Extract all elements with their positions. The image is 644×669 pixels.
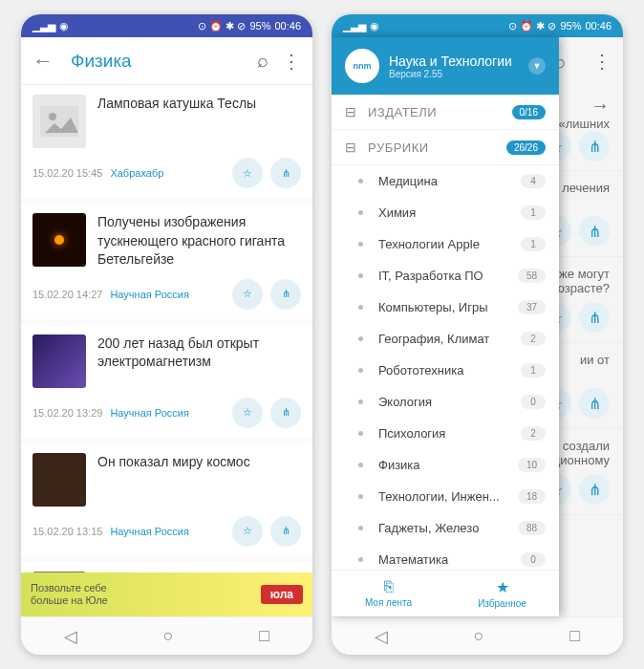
category-name: Гаджеты, Железо — [378, 521, 518, 535]
ad-banner[interactable]: Позвольте себебольше на Юле юла — [21, 572, 312, 616]
category-item[interactable]: Математика 0 — [332, 544, 559, 570]
collapse-icon: ⊟ — [345, 140, 356, 155]
category-count: 0 — [521, 552, 546, 567]
tab-feed[interactable]: ⎘Моя лента — [332, 571, 445, 616]
favorite-icon[interactable]: ☆ — [232, 516, 263, 547]
nav-home-icon[interactable]: ○ — [163, 626, 174, 646]
category-count: 1 — [521, 363, 546, 378]
article-item[interactable]: Он показал миру космос 15.02.20 13:15 На… — [21, 443, 312, 556]
nav-back-icon[interactable]: ◁ — [375, 626, 388, 647]
category-count: 2 — [521, 332, 546, 346]
article-date: 15.02.20 13:15 — [32, 526, 102, 537]
category-item[interactable]: Робототехника 1 — [332, 355, 559, 386]
category-count: 58 — [518, 269, 546, 283]
favorite-icon[interactable]: ☆ — [232, 279, 263, 310]
category-item[interactable]: География, Климат 2 — [332, 323, 559, 355]
bullet-icon — [358, 273, 363, 278]
article-source[interactable]: Научная Россия — [110, 526, 188, 537]
section-rubrics[interactable]: ⊟ РУБРИКИ 26/26 — [332, 130, 559, 165]
article-date: 15.02.20 14:27 — [32, 289, 102, 300]
bullet-icon — [358, 305, 363, 310]
nav-back-icon[interactable]: ◁ — [64, 626, 77, 647]
category-name: Технологии Apple — [378, 237, 521, 251]
bullet-icon — [358, 399, 363, 404]
category-count: 0 — [521, 395, 546, 409]
category-name: IT, Разработка ПО — [378, 269, 518, 283]
category-name: География, Климат — [378, 332, 521, 346]
favorite-icon[interactable]: ☆ — [232, 398, 263, 428]
share-icon[interactable]: ⋔ — [270, 398, 301, 428]
phone-screen-1: ▁▃▅◉ ⊙ ⏰ ✱ ⊘95%00:46 ← Физика ⌕ ⋮ Лампов… — [21, 14, 312, 655]
category-count: 18 — [518, 489, 546, 504]
ad-brand: юла — [261, 585, 303, 604]
nav-recent-icon[interactable]: □ — [259, 626, 269, 646]
menu-icon[interactable]: ⋮ — [282, 50, 301, 73]
category-name: Химия — [378, 205, 521, 220]
category-item[interactable]: Технологии, Инжен... 18 — [332, 481, 559, 512]
category-item[interactable]: IT, Разработка ПО 58 — [332, 260, 559, 291]
nav-home-icon[interactable]: ○ — [474, 626, 484, 646]
category-item[interactable]: Химия 1 — [332, 197, 559, 228]
article-thumbnail — [32, 213, 86, 267]
article-date: 15.02.20 15:45 — [32, 167, 102, 179]
share-icon[interactable]: ⋔ — [270, 516, 301, 547]
category-name: Робототехника — [378, 363, 521, 378]
bullet-icon — [358, 242, 363, 247]
phone-screen-2: ▁▃▅◉ ⊙ ⏰ ✱ ⊘95%00:46 ⌕ ⋮ → от «лишних ☆⋔… — [332, 14, 623, 655]
category-count: 1 — [521, 237, 546, 251]
category-item[interactable]: Психология 2 — [332, 418, 559, 449]
article-item[interactable]: Просветитель 15.02.20 01:33 Научная Росс… — [21, 562, 312, 572]
article-date: 15.02.20 13:29 — [32, 407, 102, 419]
article-item[interactable]: 200 лет назад был открыт электромагнетиз… — [21, 325, 312, 438]
category-count: 88 — [518, 521, 546, 535]
bullet-icon — [358, 557, 363, 562]
share-icon: ⋔ — [579, 474, 610, 505]
article-title: Ламповая катушка Теслы — [97, 95, 256, 114]
category-item[interactable]: Медицина 4 — [332, 165, 559, 197]
share-icon: ⋔ — [579, 388, 610, 419]
bullet-icon — [358, 210, 363, 215]
favorite-icon[interactable]: ☆ — [232, 158, 263, 188]
system-nav: ◁ ○ □ — [21, 616, 312, 655]
category-item[interactable]: Компьютеры, Игры 37 — [332, 291, 559, 323]
article-title: Получены изображения тускнеющего красног… — [97, 213, 301, 270]
search-icon[interactable]: ⌕ — [257, 50, 268, 72]
article-title: Он показал миру космос — [97, 453, 250, 472]
category-count: 4 — [521, 174, 546, 188]
nav-recent-icon[interactable]: □ — [569, 626, 580, 646]
category-item[interactable]: Технологии Apple 1 — [332, 228, 559, 260]
category-item[interactable]: Гаджеты, Железо 88 — [332, 512, 559, 544]
bullet-icon — [358, 368, 363, 373]
article-thumbnail — [32, 95, 86, 148]
article-item[interactable]: Получены изображения тускнеющего красног… — [21, 204, 312, 319]
share-icon: ⋔ — [579, 302, 610, 333]
article-source[interactable]: Научная Россия — [110, 407, 188, 419]
article-list: Ламповая катушка Теслы 15.02.20 15:45 Ха… — [21, 85, 312, 572]
bullet-icon — [358, 494, 363, 499]
share-icon: ⋔ — [579, 216, 610, 247]
article-source[interactable]: Научная Россия — [110, 289, 188, 300]
category-name: Психология — [378, 426, 521, 441]
category-item[interactable]: Физика 10 — [332, 449, 559, 481]
system-nav: ◁ ○ □ — [332, 616, 623, 655]
menu-icon[interactable]: ⋮ — [592, 50, 612, 73]
article-item[interactable]: Ламповая катушка Теслы 15.02.20 15:45 Ха… — [21, 85, 312, 198]
share-icon[interactable]: ⋔ — [270, 279, 301, 310]
share-icon[interactable]: ⋔ — [270, 158, 301, 188]
bullet-icon — [358, 179, 363, 183]
share-icon: ⋔ — [579, 131, 610, 162]
bullet-icon — [358, 336, 363, 341]
category-item[interactable]: Экология 0 — [332, 386, 559, 418]
category-count: 2 — [521, 426, 546, 441]
signal-icon: ▁▃▅ — [32, 20, 55, 32]
tab-favorites[interactable]: ★Избранное — [445, 571, 559, 616]
app-bar: ← Физика ⌕ ⋮ — [21, 37, 312, 85]
drawer-tabs: ⎘Моя лента ★Избранное — [332, 570, 559, 616]
app-logo-icon: nnm — [345, 49, 379, 83]
article-title: 200 лет назад был открыт электромагнетиз… — [97, 334, 301, 372]
section-publishers[interactable]: ⊟ ИЗДАТЕЛИ 0/16 — [332, 95, 559, 130]
bullet-icon — [358, 431, 363, 436]
article-source[interactable]: Хабрахабр — [110, 167, 163, 179]
dropdown-icon[interactable]: ▼ — [528, 57, 546, 75]
back-button[interactable]: ← — [32, 49, 54, 74]
